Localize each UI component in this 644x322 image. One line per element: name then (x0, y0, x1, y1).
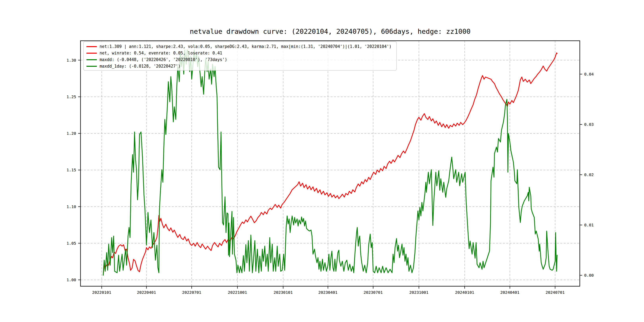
x-axis-tick-label: 20220101 (92, 290, 111, 295)
series-maxdd-line (103, 50, 557, 275)
legend-line-swatch (86, 53, 97, 54)
legend-entry: maxdd_1day: (-0.0128, '20220427') (86, 63, 396, 70)
y-right-tick-label: 0.03 (584, 122, 594, 127)
x-axis-tick-label: 20230101 (274, 290, 292, 295)
legend-entry: maxdd: (-0.0448, ('20220426', '20220810'… (86, 56, 396, 63)
y-left-tick-label: 1.15 (66, 168, 76, 172)
y-left-tick-label: 1.10 (66, 204, 76, 209)
y-right-tick-label: 0.04 (584, 72, 594, 76)
legend-label: net:1.309 | ann:1.121, sharpe:2.43, vola… (100, 43, 392, 50)
x-axis-tick-label: 20231001 (409, 290, 428, 295)
legend-label: maxdd_1day: (-0.0128, '20220427') (100, 63, 180, 70)
legend-line-swatch (86, 46, 97, 47)
figure: netvalue drawdown curve: (20220104, 2024… (0, 0, 644, 322)
legend: net:1.309 | ann:1.121, sharpe:2.43, vola… (83, 41, 397, 70)
y-right-tick-label: 0.00 (584, 273, 594, 278)
legend-line-swatch (86, 59, 97, 60)
y-left-tick-label: 1.05 (66, 241, 76, 246)
x-axis-tick-label: 20230701 (364, 290, 382, 295)
y-left-tick-label: 1.25 (66, 94, 76, 99)
axes-spines (80, 41, 580, 286)
y-right-tick-label: 0.01 (584, 222, 594, 228)
y-left-tick-label: 1.20 (66, 131, 76, 136)
y-right-tick-label: 0.02 (584, 172, 594, 177)
legend-entry: net, winrate: 0.54, evenrate: 0.05, lose… (86, 50, 396, 56)
legend-label: net, winrate: 0.54, evenrate: 0.05, lose… (100, 50, 222, 56)
x-axis-tick-label: 20230401 (318, 290, 338, 295)
legend-entry: net:1.309 | ann:1.121, sharpe:2.43, vola… (86, 43, 396, 50)
legend-line-swatch (86, 66, 97, 67)
y-left-tick-label: 1.30 (66, 58, 76, 62)
legend-label: maxdd: (-0.0448, ('20220426', '20220810'… (100, 56, 227, 63)
x-axis-tick-label: 20220701 (182, 290, 201, 295)
x-axis-tick-label: 20240101 (455, 290, 474, 295)
x-axis-tick-label: 20240701 (546, 290, 565, 295)
x-axis-tick-label: 20220401 (137, 290, 156, 295)
x-axis-tick-label: 20240401 (500, 290, 519, 295)
y-left-tick-label: 1.00 (66, 278, 76, 282)
x-axis-tick-label: 20221001 (228, 290, 247, 295)
